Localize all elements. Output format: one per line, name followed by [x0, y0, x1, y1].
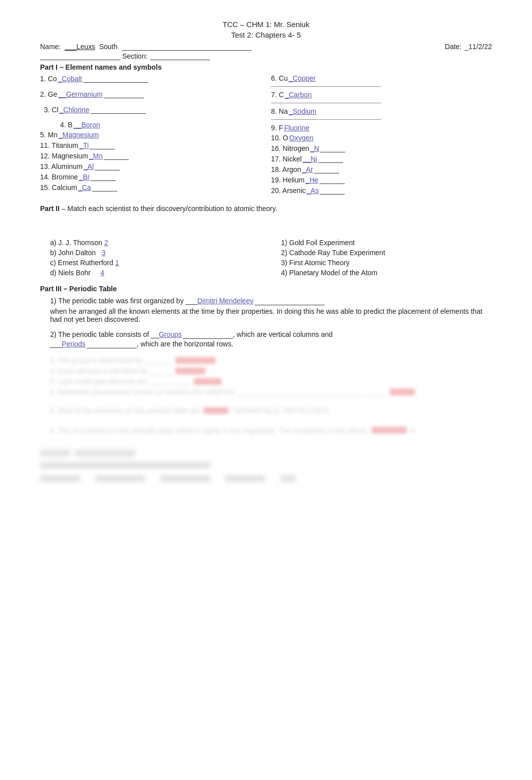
part3-item1-body: when he arranged all the known elements …	[50, 307, 492, 323]
list-item: 4. B __Boron	[40, 120, 261, 130]
title-line1: TCC – CHM 1: Mr. Seniuk	[40, 20, 492, 29]
divider	[271, 86, 381, 87]
south-label: South	[99, 43, 118, 51]
list-item: 17. Nickel __Ni	[271, 153, 492, 164]
section-label: Section:	[122, 52, 148, 60]
list-item: 7. C _Carbon	[271, 90, 492, 100]
list-item: 11. Titanium _Ti	[40, 140, 261, 150]
date-label: Date:	[445, 43, 461, 51]
divider	[271, 119, 381, 120]
list-item: 16. Nitrogen _N	[271, 143, 492, 153]
list-item: 9. F Fluorine	[271, 123, 492, 133]
list-item: 4) Planetary Model of the Atom	[281, 268, 492, 278]
list-item: 15. Calcium _Ca	[40, 182, 261, 192]
header-name-row: Name: ___Leuxs South Date: _11/2/22	[40, 42, 492, 51]
footer-blur	[40, 450, 492, 482]
divider	[271, 103, 381, 103]
list-item: b) John Dalton 3	[50, 248, 261, 258]
part1-left-col: 1. Co _Cobalt 2. Ge __Germanium 3. Cl _C…	[40, 73, 261, 196]
list-item: 1. Co _Cobalt	[40, 73, 261, 84]
list-item: 6. Cu _Copper	[271, 73, 492, 83]
part2-desc: – Match each scientist to their discover…	[60, 205, 278, 213]
title-line2: Test 2: Chapters 4- 5	[40, 31, 492, 39]
section-blank	[40, 52, 120, 60]
date-value: _11/2/22	[465, 43, 492, 51]
list-item: 1) Gold Foil Experiment	[281, 238, 492, 248]
south-underline	[122, 42, 252, 51]
list-item: 5. Mn _Magnesium	[40, 130, 261, 140]
part1-columns: 1. Co _Cobalt 2. Ge __Germanium 3. Cl _C…	[40, 73, 492, 196]
part2-title: Part II – Match each scientist to their …	[40, 205, 492, 213]
list-item: 18. Argon _Ar	[271, 164, 492, 174]
date-section: Date: _11/2/22	[445, 43, 492, 51]
scientists-col: a) J. J. Thomson 2 b) John Dalton 3 c) E…	[50, 238, 261, 278]
part3-item2: 2) The periodic table consists of __Grou…	[50, 330, 492, 348]
section-value-blank	[150, 52, 210, 60]
name-label: Name:	[40, 43, 61, 51]
name-value: ___Leuxs	[65, 43, 95, 51]
part1-title: Part I – Element names and symbols	[40, 63, 492, 71]
name-section: Name: ___Leuxs South	[40, 42, 252, 51]
list-item: 2) Cathode Ray Tube Experiment	[281, 248, 492, 258]
list-item: 20. Arsenic _As	[271, 185, 492, 196]
list-item: 10. O Oxygen	[271, 133, 492, 143]
list-item: 12. Magnesium _Mn	[40, 150, 261, 161]
scientists-list: a) J. J. Thomson 2 b) John Dalton 3 c) E…	[50, 238, 492, 278]
list-item: 3) First Atomic Theory	[281, 258, 492, 268]
contributions-col: 1) Gold Foil Experiment 2) Cathode Ray T…	[281, 238, 492, 278]
part2-bold: Part II	[40, 205, 60, 213]
part1-right-col: 6. Cu _Copper 7. C _Carbon 8. Na _Sodium…	[271, 73, 492, 196]
part3-section: Part III – Periodic Table 1) The periodi…	[40, 285, 492, 482]
list-item: 14. Bromine _Br	[40, 171, 261, 182]
part1-title-rest: – Element names and symbols	[58, 63, 162, 71]
page-header: TCC – CHM 1: Mr. Seniuk Test 2: Chapters…	[40, 20, 492, 39]
part1-bold: Part I	[40, 63, 58, 71]
list-item: 2. Ge __Germanium	[40, 89, 261, 99]
part3-item1: 1) The periodic table was first organize…	[50, 297, 492, 323]
blurred-items: 3. The group is determined by _______ 4.…	[50, 356, 492, 435]
list-item: 8. Na _Sodium	[271, 106, 492, 116]
section-row: Section:	[40, 52, 492, 60]
part1-section: Part I – Element names and symbols 1. Co…	[40, 63, 492, 196]
part3-title: Part III – Periodic Table	[40, 285, 492, 293]
part3-item2-row2: ___Periods , which are the horizontal ro…	[50, 340, 492, 348]
list-item: 13. Aluminum _Al	[40, 161, 261, 171]
list-item: 19. Helium _He	[271, 174, 492, 185]
part2-section: Part II – Match each scientist to their …	[40, 205, 492, 278]
list-item: 3. Cl _Chlorine	[40, 104, 261, 115]
list-item: a) J. J. Thomson 2	[50, 238, 261, 248]
list-item: c) Ernest Rutherford 1	[50, 258, 261, 268]
list-item: d) Niels Bohr 4	[50, 268, 261, 278]
